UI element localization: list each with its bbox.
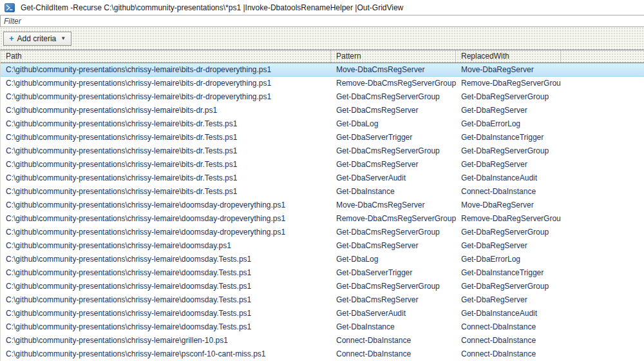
- cell-path: C:\github\community-presentations\chriss…: [1, 185, 331, 199]
- cell-path: C:\github\community-presentations\chriss…: [1, 117, 331, 131]
- cell-filler: [561, 199, 566, 212]
- cell-path: C:\github\community-presentations\chriss…: [1, 334, 331, 347]
- cell-replacedwith: Get-DbaRegServer: [456, 239, 561, 253]
- cell-replacedwith: Get-DbaInstanceAudit: [456, 171, 561, 185]
- table-row[interactable]: C:\github\community-presentations\chriss…: [1, 104, 644, 117]
- table-body: C:\github\community-presentations\chriss…: [1, 63, 644, 361]
- table-row[interactable]: C:\github\community-presentations\chriss…: [1, 280, 644, 293]
- cell-filler: [561, 239, 566, 253]
- table-row[interactable]: C:\github\community-presentations\chriss…: [1, 320, 644, 334]
- table-row[interactable]: C:\github\community-presentations\chriss…: [1, 63, 644, 77]
- cell-replacedwith: Get-DbaErrorLog: [456, 253, 561, 266]
- table-row[interactable]: C:\github\community-presentations\chriss…: [1, 117, 644, 131]
- cell-replacedwith: Move-DbaRegServer: [456, 199, 561, 212]
- table-row[interactable]: C:\github\community-presentations\chriss…: [1, 199, 644, 212]
- cell-filler: [561, 293, 566, 307]
- cell-pattern: Get-DbaCmsRegServerGroup: [331, 226, 456, 239]
- table-row[interactable]: C:\github\community-presentations\chriss…: [1, 253, 644, 266]
- table-row[interactable]: C:\github\community-presentations\chriss…: [1, 171, 644, 185]
- cell-replacedwith: Get-DbaRegServerGroup: [456, 90, 561, 104]
- table-row[interactable]: C:\github\community-presentations\chriss…: [1, 158, 644, 171]
- cell-path: C:\github\community-presentations\chriss…: [1, 104, 331, 117]
- cell-replacedwith: Get-DbaErrorLog: [456, 117, 561, 131]
- add-criteria-button[interactable]: + Add criteria ▼: [3, 32, 71, 46]
- table-row[interactable]: C:\github\community-presentations\chriss…: [1, 90, 644, 104]
- cell-path: C:\github\community-presentations\chriss…: [1, 293, 331, 307]
- cell-replacedwith: Get-DbaRegServer: [456, 104, 561, 117]
- table-row[interactable]: C:\github\community-presentations\chriss…: [1, 266, 644, 280]
- column-header-replacedwith[interactable]: ReplacedWith: [456, 50, 561, 63]
- cell-pattern: Get-DbaInstance: [331, 320, 456, 334]
- column-header-filler: [561, 50, 644, 63]
- cell-path: C:\github\community-presentations\chriss…: [1, 90, 331, 104]
- cell-filler: [561, 131, 566, 144]
- cell-filler: [561, 104, 566, 117]
- cell-pattern: Remove-DbaCmsRegServerGroup: [331, 212, 456, 226]
- cell-path: C:\github\community-presentations\chriss…: [1, 77, 331, 90]
- cell-pattern: Get-DbaCmsRegServerGroup: [331, 280, 456, 293]
- cell-path: C:\github\community-presentations\chriss…: [1, 144, 331, 158]
- table-row[interactable]: C:\github\community-presentations\chriss…: [1, 185, 644, 199]
- table-row[interactable]: C:\github\community-presentations\chriss…: [1, 293, 644, 307]
- cell-replacedwith: Get-DbaInstanceAudit: [456, 307, 561, 320]
- cell-filler: [561, 253, 566, 266]
- cell-filler: [561, 266, 566, 280]
- table-row[interactable]: C:\github\community-presentations\chriss…: [1, 334, 644, 347]
- cell-path: C:\github\community-presentations\chriss…: [1, 158, 331, 171]
- cell-filler: [561, 226, 566, 239]
- cell-replacedwith: Remove-DbaRegServerGroup: [456, 212, 561, 226]
- cell-filler: [561, 320, 566, 334]
- cell-replacedwith: Get-DbaRegServerGroup: [456, 280, 561, 293]
- cell-filler: [561, 212, 566, 226]
- cell-replacedwith: Connect-DbaInstance: [456, 185, 561, 199]
- column-header-pattern[interactable]: Pattern: [331, 50, 456, 63]
- titlebar: Get-ChildItem -Recurse C:\github\communi…: [0, 0, 644, 15]
- cell-path: C:\github\community-presentations\chriss…: [1, 63, 331, 76]
- cell-pattern: Get-DbaCmsRegServerGroup: [331, 144, 456, 158]
- cell-pattern: Get-DbaCmsRegServer: [331, 293, 456, 307]
- cell-replacedwith: Get-DbaRegServer: [456, 293, 561, 307]
- table-row[interactable]: C:\github\community-presentations\chriss…: [1, 347, 644, 361]
- cell-pattern: Get-DbaLog: [331, 253, 456, 266]
- filter-input[interactable]: [0, 15, 644, 27]
- cell-pattern: Connect-DbaInstance: [331, 334, 456, 347]
- cell-replacedwith: Get-DbaRegServerGroup: [456, 144, 561, 158]
- cell-filler: [561, 280, 566, 293]
- cell-filler: [561, 347, 566, 361]
- cell-path: C:\github\community-presentations\chriss…: [1, 212, 331, 226]
- table-row[interactable]: C:\github\community-presentations\chriss…: [1, 239, 644, 253]
- cell-path: C:\github\community-presentations\chriss…: [1, 226, 331, 239]
- cell-replacedwith: Connect-DbaInstance: [456, 334, 561, 347]
- add-criteria-label: Add criteria: [17, 34, 57, 43]
- table-row[interactable]: C:\github\community-presentations\chriss…: [1, 307, 644, 320]
- results-grid: Path Pattern ReplacedWith C:\github\comm…: [0, 50, 644, 361]
- table-row[interactable]: C:\github\community-presentations\chriss…: [1, 226, 644, 239]
- cell-pattern: Get-DbaCmsRegServerGroup: [331, 90, 456, 104]
- table-row[interactable]: C:\github\community-presentations\chriss…: [1, 131, 644, 144]
- cell-pattern: Connect-DbaInstance: [331, 347, 456, 361]
- out-gridview-window: Get-ChildItem -Recurse C:\github\communi…: [0, 0, 644, 361]
- cell-replacedwith: Move-DbaRegServer: [456, 63, 561, 76]
- column-header-path[interactable]: Path: [1, 50, 331, 63]
- cell-replacedwith: Connect-DbaInstance: [456, 320, 561, 334]
- chevron-down-icon: ▼: [61, 35, 66, 41]
- cell-path: C:\github\community-presentations\chriss…: [1, 307, 331, 320]
- table-row[interactable]: C:\github\community-presentations\chriss…: [1, 144, 644, 158]
- cell-replacedwith: Get-DbaRegServerGroup: [456, 226, 561, 239]
- cell-filler: [561, 63, 566, 76]
- table-row[interactable]: C:\github\community-presentations\chriss…: [1, 212, 644, 226]
- cell-pattern: Get-DbaInstance: [331, 185, 456, 199]
- table-row[interactable]: C:\github\community-presentations\chriss…: [1, 77, 644, 90]
- cell-path: C:\github\community-presentations\chriss…: [1, 320, 331, 334]
- cell-path: C:\github\community-presentations\chriss…: [1, 171, 331, 185]
- powershell-icon: [5, 3, 15, 12]
- cell-path: C:\github\community-presentations\chriss…: [1, 239, 331, 253]
- cell-pattern: Get-DbaServerAudit: [331, 171, 456, 185]
- cell-replacedwith: Get-DbaInstanceTrigger: [456, 131, 561, 144]
- cell-filler: [561, 144, 566, 158]
- cell-pattern: Get-DbaCmsRegServer: [331, 104, 456, 117]
- plus-icon: +: [9, 34, 14, 43]
- filter-row: [0, 15, 644, 27]
- grid-header: Path Pattern ReplacedWith: [1, 50, 644, 63]
- cell-filler: [561, 307, 566, 320]
